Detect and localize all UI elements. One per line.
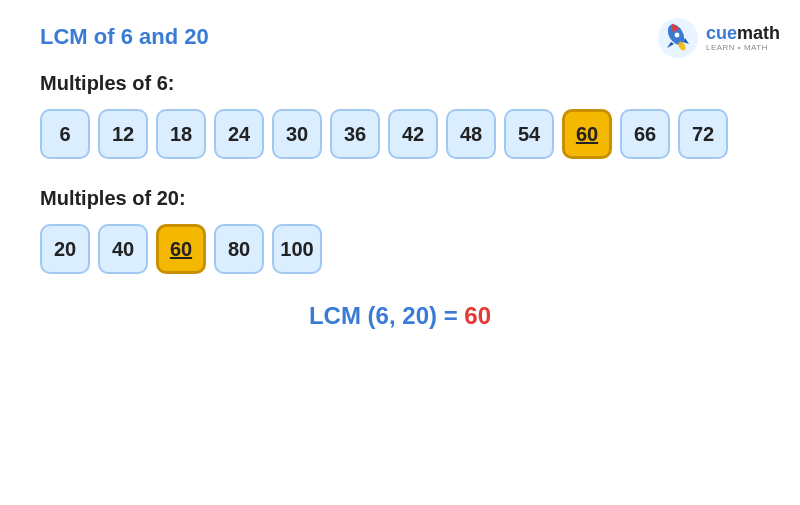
- logo-tagline: LEARN • MATH: [706, 44, 780, 53]
- num-badge-30: 30: [272, 109, 322, 159]
- num-badge-12: 12: [98, 109, 148, 159]
- num-badge-80: 80: [214, 224, 264, 274]
- num-badge-24: 24: [214, 109, 264, 159]
- result-text: LCM (6, 20) =: [309, 302, 464, 329]
- section1-label: Multiples of 6:: [40, 72, 760, 95]
- svg-point-3: [674, 32, 680, 38]
- logo-area: cuemath LEARN • MATH: [656, 16, 780, 60]
- rocket-icon: [656, 16, 700, 60]
- multiples-of-6-row: 61218243036424854606672: [40, 109, 760, 159]
- num-badge-100: 100: [272, 224, 322, 274]
- num-badge-54: 54: [504, 109, 554, 159]
- result-value: 60: [464, 302, 491, 329]
- num-badge-20: 20: [40, 224, 90, 274]
- main-container: cuemath LEARN • MATH LCM of 6 and 20 Mul…: [0, 0, 800, 505]
- logo-math: math: [737, 23, 780, 43]
- num-badge-48: 48: [446, 109, 496, 159]
- num-badge-66: 66: [620, 109, 670, 159]
- logo-cue: cue: [706, 23, 737, 43]
- logo-text: cuemath LEARN • MATH: [706, 24, 780, 53]
- num-badge-72: 72: [678, 109, 728, 159]
- result-line: LCM (6, 20) = 60: [40, 302, 760, 330]
- num-badge-18: 18: [156, 109, 206, 159]
- num-badge-36: 36: [330, 109, 380, 159]
- multiples-of-20-row: 20406080100: [40, 224, 760, 274]
- section2-label: Multiples of 20:: [40, 187, 760, 210]
- num-badge-60: 60: [562, 109, 612, 159]
- num-badge-60: 60: [156, 224, 206, 274]
- num-badge-42: 42: [388, 109, 438, 159]
- num-badge-6: 6: [40, 109, 90, 159]
- num-badge-40: 40: [98, 224, 148, 274]
- logo-brand: cuemath: [706, 24, 780, 44]
- page-title: LCM of 6 and 20: [40, 24, 760, 50]
